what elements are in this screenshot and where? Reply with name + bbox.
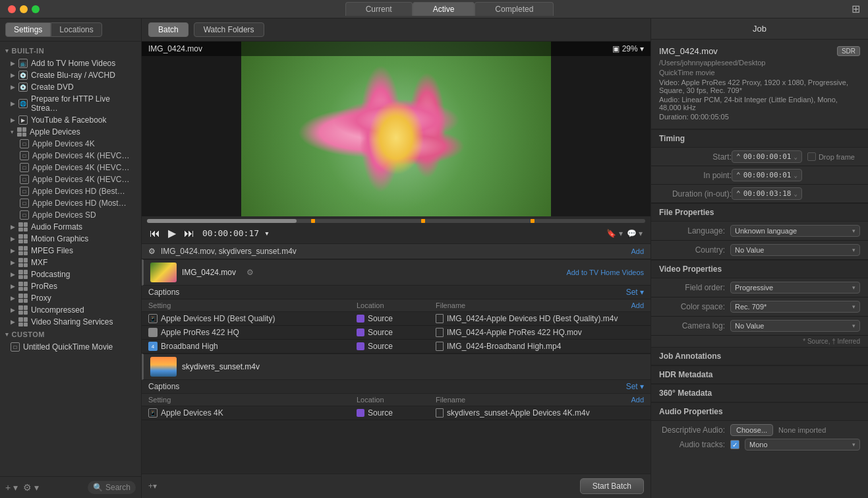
location-icon bbox=[357, 328, 364, 336]
hdr-metadata-section[interactable]: HDR Metadata bbox=[651, 365, 868, 384]
sidebar-item-uncompressed[interactable]: ▶ Uncompressed bbox=[0, 304, 141, 316]
color-space-select[interactable]: Rec. 709* ▾ bbox=[730, 301, 860, 313]
audio-tracks-select[interactable]: Mono ▾ bbox=[745, 439, 860, 451]
filmstrip-icon: ▣ bbox=[612, 44, 620, 53]
360-metadata-section[interactable]: 360° Metadata bbox=[651, 384, 868, 402]
sidebar-item-video-sharing[interactable]: ▶ Video Sharing Services bbox=[0, 316, 141, 328]
tab-completed[interactable]: Completed bbox=[475, 2, 554, 16]
table-row-1-2[interactable]: Apple ProRes 422 HQ Source IMG_0424-Appl… bbox=[142, 326, 651, 340]
go-to-end-button[interactable]: ⏭ bbox=[184, 228, 194, 239]
row-location-2-1: Source bbox=[357, 408, 436, 418]
sidebar-item-podcasting[interactable]: ▶ Podcasting bbox=[0, 268, 141, 280]
job-annotations-section[interactable]: Job Annotations bbox=[651, 347, 868, 365]
scrubber[interactable] bbox=[147, 219, 645, 223]
camera-log-label: Camera log: bbox=[659, 321, 725, 330]
drop-frame-checkbox[interactable] bbox=[807, 152, 816, 161]
timing-start-value[interactable]: ⌃ 00:00:00:01 ⌄ bbox=[732, 150, 802, 163]
set-button-1[interactable]: Set ▾ bbox=[626, 288, 644, 297]
sidebar-tab-settings[interactable]: Settings bbox=[5, 22, 51, 37]
batch-item-1-gear[interactable]: ⚙ bbox=[246, 268, 254, 277]
sidebar-subitem-4k-hevc2[interactable]: □ Apple Devices 4K (HEVC… bbox=[0, 162, 141, 173]
sidebar-item-mpeg[interactable]: ▶ MPEG Files bbox=[0, 245, 141, 257]
builtin-arrow: ▾ bbox=[5, 47, 9, 54]
audio-checkbox[interactable]: ✓ bbox=[730, 440, 739, 449]
video-frame bbox=[142, 42, 651, 216]
search-bar[interactable]: 🔍 Search bbox=[88, 481, 136, 494]
choose-button[interactable]: Choose... bbox=[730, 424, 773, 436]
table-row-1-1[interactable]: 📱 Apple Devices HD (Best Quality) Source… bbox=[142, 312, 651, 326]
camera-log-select[interactable]: No Value ▾ bbox=[730, 320, 860, 332]
tab-current[interactable]: Current bbox=[345, 2, 413, 16]
minimize-button[interactable] bbox=[20, 5, 28, 13]
sidebar-item-motion-graphics[interactable]: ▶ Motion Graphics bbox=[0, 233, 141, 245]
sidebar-subitem-4k-hevc1[interactable]: □ Apple Devices 4K (HEVC… bbox=[0, 150, 141, 162]
table-row-2-1[interactable]: 📱 Apple Devices 4K Source skydivers_suns… bbox=[142, 406, 651, 420]
country-select[interactable]: No Value ▾ bbox=[730, 244, 860, 256]
sidebar-item-youtube[interactable]: ▶ ▶ YouTube & Facebook bbox=[0, 114, 141, 126]
watch-folders-button[interactable]: Watch Folders bbox=[194, 22, 264, 37]
batch-item-1-info: IMG_0424.mov ⚙ bbox=[150, 263, 566, 282]
timing-in-value[interactable]: ⌃ 00:00:00:01 ⌄ bbox=[732, 169, 802, 181]
item-label: Create DVD bbox=[31, 82, 74, 92]
start-batch-button[interactable]: Start Batch bbox=[580, 478, 644, 494]
batch-button[interactable]: Batch bbox=[148, 22, 188, 37]
batch-add-button[interactable]: Add bbox=[631, 247, 644, 255]
table-add-1[interactable]: Add bbox=[631, 301, 644, 309]
sidebar-subitem-sd[interactable]: □ Apple Devices SD bbox=[0, 209, 141, 221]
bookmark-area: 🔖 ▾ 💬 ▾ bbox=[606, 229, 643, 238]
close-button[interactable] bbox=[8, 5, 16, 13]
sidebar-item-audio-formats[interactable]: ▶ Audio Formats bbox=[0, 221, 141, 233]
go-to-start-button[interactable]: ⏮ bbox=[150, 228, 160, 239]
item-icon: □ bbox=[11, 342, 20, 352]
location-icon bbox=[357, 409, 364, 417]
set-button-2[interactable]: Set ▾ bbox=[626, 382, 644, 391]
batch-thumb-1 bbox=[150, 263, 177, 282]
chevron-icon: ▾ bbox=[852, 303, 855, 310]
play-button[interactable]: ▶ bbox=[168, 227, 176, 239]
chevron-down-icon: ⌄ bbox=[794, 154, 797, 160]
field-order-select[interactable]: Progressive ▾ bbox=[730, 282, 860, 294]
section-builtin[interactable]: ▾ BUILT-IN bbox=[0, 44, 141, 57]
add-item-button[interactable]: +▾ bbox=[148, 482, 157, 491]
language-select[interactable]: Unknown language ▾ bbox=[730, 225, 860, 237]
batch-files-header: ⚙ IMG_0424.mov, skydivers_sunset.m4v Add bbox=[142, 243, 651, 259]
audio-tracks-value: Mono bbox=[749, 441, 768, 449]
row-setting-1-1: 📱 Apple Devices HD (Best Quality) bbox=[148, 314, 357, 323]
sidebar-subitem-4k-hevc3[interactable]: □ Apple Devices 4K (HEVC… bbox=[0, 173, 141, 185]
tab-active[interactable]: Active bbox=[413, 2, 475, 16]
table-row-1-3[interactable]: 4 Broadband High Source IMG_0424-Broadba… bbox=[142, 340, 651, 354]
timing-in-label: In point: bbox=[659, 171, 732, 180]
sidebar-item-bluray[interactable]: ▶ 💿 Create Blu-ray / AVCHD bbox=[0, 69, 141, 81]
item-icon: □ bbox=[20, 163, 29, 172]
sidebar-item-dvd[interactable]: ▶ 💿 Create DVD bbox=[0, 81, 141, 93]
sidebar-item-add-tv[interactable]: ▶ 📺 Add to TV Home Videos bbox=[0, 57, 141, 69]
color-space-row: Color space: Rec. 709* ▾ bbox=[651, 297, 868, 317]
batch-item-2-info: skydivers_sunset.m4v bbox=[150, 357, 644, 377]
layout-icon[interactable]: ⊞ bbox=[852, 3, 860, 15]
sidebar-item-untitled[interactable]: □ Untitled QuickTime Movie bbox=[0, 341, 141, 353]
maximize-button[interactable] bbox=[32, 5, 40, 13]
bookmark-icon[interactable]: 🔖 ▾ bbox=[606, 229, 622, 238]
section-custom[interactable]: ▾ CUSTOM bbox=[0, 328, 141, 341]
comment-icon[interactable]: 💬 ▾ bbox=[627, 229, 643, 238]
preview-zoom[interactable]: ▣ 29% ▾ bbox=[612, 44, 644, 53]
sidebar-item-apple-devices[interactable]: ▾ Apple Devices bbox=[0, 126, 141, 138]
item-icon: 📺 bbox=[18, 59, 28, 68]
sidebar-item-mxf[interactable]: ▶ MXF bbox=[0, 257, 141, 268]
table-header-1: Setting Location Filename Add bbox=[142, 299, 651, 312]
table-add-2[interactable]: Add bbox=[631, 396, 644, 404]
sidebar-subitem-hd-most[interactable]: □ Apple Devices HD (Most… bbox=[0, 197, 141, 209]
timing-duration-value[interactable]: ⌃ 00:00:03:18 ⌄ bbox=[732, 187, 802, 200]
sidebar-subitem-hd-best[interactable]: □ Apple Devices HD (Best… bbox=[0, 185, 141, 197]
audio-tracks-label: Audio tracks: bbox=[659, 440, 725, 449]
sidebar-tab-locations[interactable]: Locations bbox=[51, 22, 101, 37]
sidebar-item-prores[interactable]: ▶ ProRes bbox=[0, 280, 141, 292]
add-button[interactable]: + ▾ bbox=[5, 482, 18, 493]
sidebar-item-http[interactable]: ▶ 🌐 Prepare for HTTP Live Strea… bbox=[0, 93, 141, 114]
batch-item-1-action[interactable]: Add to TV Home Videos bbox=[566, 268, 644, 276]
language-value: Unknown language bbox=[735, 227, 797, 235]
sidebar-item-proxy[interactable]: ▶ Proxy bbox=[0, 292, 141, 304]
gear-button[interactable]: ⚙ ▾ bbox=[23, 482, 39, 493]
sidebar-subitem-4k[interactable]: □ Apple Devices 4K bbox=[0, 138, 141, 150]
device-icon: 📱 bbox=[148, 314, 158, 323]
